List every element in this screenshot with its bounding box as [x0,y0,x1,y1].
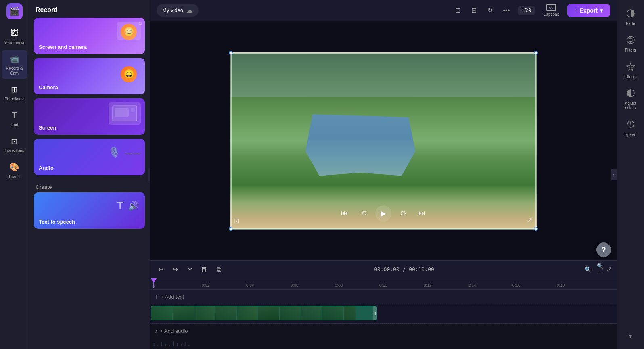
crop-button[interactable]: ⊡ [452,4,464,17]
add-text-track[interactable]: T + Add text [150,290,617,304]
adjust-colors-label: Adjust colors [621,101,640,110]
fullscreen-button[interactable]: ⤢ [527,216,533,225]
text-icon: T [9,110,20,121]
export-chevron-icon: ▾ [600,7,603,14]
sidebar-item-label-brand: Brand [9,174,20,179]
screen-deco-2 [109,102,141,125]
card-label-tts: Text to speech [39,219,75,225]
right-sidebar-bottom: ▾ [629,333,632,344]
selection-handle-bl[interactable] [229,227,233,231]
redo-button[interactable]: ↪ [169,264,181,275]
sidebar-item-label-record: Record &Cam [6,66,23,76]
timeline-tracks: 0 0:02 0:04 0:06 0:08 0:10 0:12 0:14 0:1… [150,278,617,349]
export-button[interactable]: ↑ Export ▾ [567,4,610,17]
card-screen-camera[interactable]: Screen and camera 😊 ⬜ ⊡ [34,18,145,54]
add-text-label: + Add text [161,294,184,300]
help-button[interactable]: ? [596,242,611,257]
mask-button[interactable]: ⊡ [234,217,239,225]
add-audio-track[interactable]: ♪ + Add audio [150,324,617,338]
sidebar-item-label-text: Text [10,123,18,127]
clip-handle-right[interactable]: ⏸ [373,306,376,320]
clip-thumb-7 [280,306,301,320]
card-camera[interactable]: Camera 😄 👆 1 [34,58,145,94]
card-label-audio: Audio [39,165,54,171]
filters-label: Filters [625,48,636,52]
playback-controls: ⏮ ⟲ ▶ ⟳ ⏭ [338,201,429,226]
ruler-mark-4: 0:04 [246,283,254,288]
fade-icon [626,9,635,20]
sidebar-item-templates[interactable]: ⊞ Templates [2,81,27,105]
forward-button[interactable]: ⟳ [397,207,410,220]
ruler-mark-6: 0:06 [291,283,298,288]
captions-label: Captions [543,12,559,17]
more-options-button[interactable]: ••• [500,4,513,17]
video-title-tab[interactable]: My video ☁ [157,4,199,17]
timeline-area: ↩ ↪ ✂ 🗑 ⧉ 00:00.00 / 00:10.00 🔍- 🔍+ ⤢ [150,260,617,349]
expand-timeline-button[interactable]: ⤢ [606,265,612,273]
right-tool-adjust-colors[interactable]: Adjust colors [619,85,643,114]
pause-icon-right: ⏸ [373,311,377,316]
zoom-out-button[interactable]: 🔍- [584,265,594,274]
play-pause-button[interactable]: ▶ [375,205,391,222]
text-track-icon: T [155,294,158,300]
right-tool-effects[interactable]: Effects [619,58,643,83]
right-sidebar-collapse-arrow[interactable]: ‹ [611,169,617,180]
right-tool-filters[interactable]: Filters [619,31,643,56]
preview-area: ⊡ ⏮ ⟲ ▶ ⟳ ⏭ ⤢ [150,21,617,260]
sidebar-item-text[interactable]: T Text [2,107,27,131]
clip-thumb-5 [237,306,258,320]
record-camera-icon: 📹 [9,53,20,65]
aspect-ratio-badge: 16:9 [518,6,535,15]
effects-icon [626,62,635,73]
templates-icon: ⊞ [9,84,20,95]
duplicate-button[interactable]: ⧉ [213,264,224,275]
resize-button[interactable]: ⊟ [468,4,481,17]
speed-label: Speed [625,132,636,137]
right-sidebar-expand-button[interactable]: ▾ [629,333,632,339]
clip-thumb-1 [151,306,172,320]
selection-handle-tl[interactable] [229,51,233,55]
svg-marker-20 [627,63,634,71]
selection-handle-tr[interactable] [534,51,538,55]
tts-deco-icon: T 🔊 [117,197,139,212]
cut-button[interactable]: ✂ [184,264,195,275]
captions-button[interactable]: CC Captions [540,2,562,18]
sidebar-item-record-camera[interactable]: 📹 Record &Cam [2,50,27,79]
waveform-area [150,338,617,349]
filters-icon [626,36,635,46]
video-clip[interactable]: ⏸ ⏸ [151,306,377,320]
selection-handle-br[interactable] [534,227,538,231]
sidebar-item-label-transitions: Transitions [4,148,24,153]
card-text-to-speech[interactable]: Text to speech T 🔊 👆 2 [34,192,145,229]
clip-thumb-9 [322,306,343,320]
sidebar-item-transitions[interactable]: ⊡ Transitions [2,132,27,157]
cloud-save-icon: ☁ [186,6,193,14]
section-header-create: Create [29,179,150,192]
card-audio[interactable]: Audio 🎙️ 〰️〰️ [34,139,145,175]
video-container: ⊡ ⏮ ⟲ ▶ ⟳ ⏭ ⤢ [230,52,537,230]
rewind-button[interactable]: ⟲ [357,207,370,220]
zoom-in-button[interactable]: 🔍+ [595,265,605,274]
undo-button[interactable]: ↩ [155,264,166,275]
right-tool-speed[interactable]: Speed [619,116,643,141]
app-logo: 🎬 [6,3,23,19]
skip-start-button[interactable]: ⏮ [338,207,351,220]
right-tool-fade[interactable]: Fade [619,5,643,30]
sidebar-item-your-media[interactable]: 🖼 Your media [2,24,27,48]
sidebar-item-brand[interactable]: 🎨 Brand [2,158,27,182]
your-media-icon: 🖼 [9,27,20,39]
delete-button[interactable]: 🗑 [199,264,210,275]
skip-end-button[interactable]: ⏭ [416,207,429,220]
effects-label: Effects [624,75,636,79]
waveform-svg [150,338,617,349]
card-screen[interactable]: Screen [34,98,145,135]
timeline-time-display: 00:00.00 / 00:10.00 [228,266,581,272]
rotate-button[interactable]: ↻ [484,4,497,17]
video-title: My video [162,7,183,13]
river-overlay [292,114,429,176]
ruler-mark-2: 0:02 [202,283,209,288]
clip-thumb-6 [258,306,279,320]
ruler-mark-14: 0:14 [468,283,476,288]
svg-rect-2 [131,108,135,112]
card-corner-icon: ⊡ [138,21,142,25]
